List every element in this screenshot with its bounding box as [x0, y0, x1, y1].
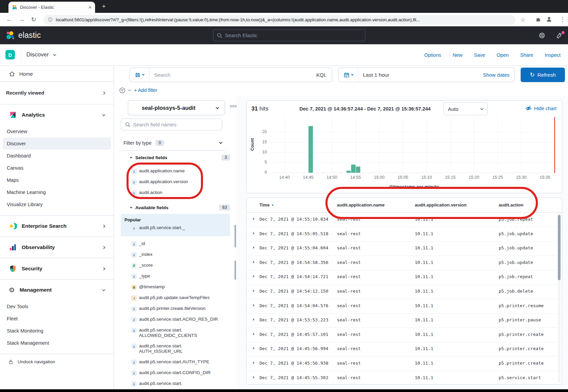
expand-row-icon[interactable] — [252, 232, 254, 235]
expand-row-icon[interactable] — [252, 304, 254, 307]
header-action-new[interactable]: New — [453, 52, 462, 58]
field-item-audit-application-name[interactable]: taudit.​application.​name — [118, 168, 232, 174]
header-action-options[interactable]: Options — [424, 52, 441, 58]
sidebar-item-maps[interactable]: Maps — [3, 174, 111, 186]
index-pattern-selector[interactable]: seal-plossys-5-audit — [128, 100, 225, 115]
sidebar-item-machine-learning[interactable]: Machine Learning — [3, 186, 111, 198]
sort-desc-icon[interactable]: ▼ — [271, 204, 274, 207]
table-row[interactable]: Dec 7, 2021 @ 14:54:12.150seal-rest10.11… — [247, 285, 562, 299]
time-range-value[interactable]: Last 1 hour — [358, 72, 483, 78]
url-text[interactable]: localhost:5601/app/discover?#/?_g=(filte… — [56, 17, 510, 22]
table-row[interactable]: Dec 7, 2021 @ 14:54:14.721seal-rest10.11… — [247, 270, 562, 285]
header-action-save[interactable]: Save — [474, 52, 485, 58]
expand-row-icon[interactable] — [252, 275, 254, 277]
fields-scrollbar-thumb[interactable] — [234, 261, 236, 280]
field-item-type[interactable]: t_type — [118, 273, 232, 279]
table-row[interactable]: Dec 7, 2021 @ 14:45:56.938seal-rest10.11… — [247, 357, 562, 371]
field-item-audit-p5-service-start-auth-issuer-url[interactable]: taudit.​p5.​service.​start.​AUTH_ISSUER_… — [118, 343, 232, 354]
new-tab-button[interactable]: + — [100, 3, 108, 10]
field-item-audit-p5-service-start-allowed-oidc-clients[interactable]: taudit.​p5.​service.​start.​ALLOWED_OIDC… — [118, 327, 232, 338]
histogram-bar-14-45[interactable] — [309, 126, 313, 173]
reload-icon[interactable]: ↻ — [31, 16, 36, 23]
help-icon[interactable] — [539, 32, 545, 39]
table-row[interactable]: Dec 7, 2021 @ 14:45:56.994seal-rest10.11… — [247, 342, 562, 357]
field-item-audit-p5-job-update-savetempfiles[interactable]: ◑audit.​p5.​job.​update.​saveTempFiles — [118, 295, 232, 301]
histogram-bar-14-53[interactable] — [346, 171, 351, 173]
column-header-audit-action[interactable]: audit.action — [499, 202, 523, 207]
expand-row-icon[interactable] — [252, 362, 254, 364]
refresh-button[interactable]: ↻ Refresh — [521, 68, 565, 82]
field-item-audit-p5-service-start-auth-type[interactable]: taudit.​p5.​service.​start.​AUTH_TYPE — [118, 359, 232, 365]
sidebar-item-stack-monitoring[interactable]: Stack Monitoring — [3, 325, 111, 337]
nav-section-header-management[interactable]: ⚙Management — [0, 279, 114, 300]
table-row[interactable]: Dec 7, 2021 @ 14:54:04.576seal-rest10.11… — [247, 299, 562, 314]
sidebar-item-canvas[interactable]: Canvas — [3, 162, 111, 174]
sidebar-item-visualize-library[interactable]: Visualize Library — [3, 198, 111, 211]
sidebar-item-dev-tools[interactable]: Dev Tools — [3, 300, 111, 313]
available-fields-header[interactable]: Available fields 63 — [118, 204, 232, 211]
field-item-audit-p5-service-start-acro-res-dir[interactable]: taudit.​p5.​service.​start.​ACRO_RES_DIR — [118, 317, 232, 322]
column-header-audit-application-version[interactable]: audit.application.version — [415, 202, 467, 207]
column-header-audit-application-name[interactable]: audit.application.name — [337, 202, 385, 207]
field-item-audit-p5-service-start[interactable]: taudit.​p5.​service.​start.​_ — [118, 225, 230, 231]
histogram-bar-14-54[interactable] — [351, 165, 356, 173]
sidebar-item-overview[interactable]: Overview — [3, 125, 111, 138]
browser-tab[interactable]: Discover - Elastic ✕ — [8, 2, 95, 13]
column-header-time[interactable]: Time▼ — [259, 202, 274, 207]
table-row[interactable]: Dec 7, 2021 @ 14:55:05.518seal-rest10.11… — [247, 227, 562, 242]
bookmark-star-icon[interactable]: ☆ — [520, 16, 525, 23]
field-item-audit-p5-service-start-config-dir[interactable]: taudit.​p5.​service.​start.​CONFIG_DIR — [118, 370, 232, 376]
kql-button[interactable]: KQL — [311, 72, 332, 78]
extensions-puzzle-icon[interactable] — [536, 17, 541, 22]
header-action-open[interactable]: Open — [497, 52, 508, 58]
table-row[interactable]: Dec 7, 2021 @ 14:53:53.223seal-rest10.11… — [247, 313, 562, 328]
nav-section-header-enterprise-search[interactable]: Enterprise Search — [0, 216, 114, 237]
selected-fields-header[interactable]: Selected fields 3 — [118, 154, 232, 161]
browser-profile-avatar[interactable] — [546, 16, 552, 22]
table-row[interactable]: Dec 7, 2021 @ 14:45:57.101seal-rest10.11… — [247, 328, 562, 342]
expand-row-icon[interactable] — [252, 290, 254, 292]
expand-row-icon[interactable] — [252, 218, 254, 220]
expand-row-icon[interactable] — [252, 347, 254, 349]
nav-section-header-observability[interactable]: Observability — [0, 237, 114, 258]
undock-navigation-button[interactable]: Undock navigation — [0, 354, 114, 369]
saved-query-button[interactable] — [130, 68, 150, 82]
table-row[interactable]: Dec 7, 2021 @ 14:45:55.302seal-rest10.11… — [247, 371, 562, 385]
table-row[interactable]: Dec 7, 2021 @ 14:55:10.834seal-rest10.11… — [247, 213, 562, 227]
global-search-input[interactable] — [225, 32, 362, 38]
elastic-logo-icon[interactable] — [5, 31, 15, 40]
tab-close-icon[interactable]: ✕ — [88, 5, 92, 10]
field-item-timestamp[interactable]: ▦@timestamp — [118, 284, 232, 290]
sidebar-item-stack-management[interactable]: Stack Management — [3, 337, 111, 349]
table-row[interactable]: Dec 7, 2021 @ 14:54:58.356seal-rest10.11… — [247, 256, 562, 270]
field-stats-icon[interactable] — [230, 105, 236, 107]
expand-row-icon[interactable] — [252, 376, 254, 378]
back-icon[interactable]: ← — [6, 16, 12, 23]
table-row[interactable]: Dec 7, 2021 @ 14:55:04.604seal-rest10.11… — [247, 241, 562, 256]
query-search-input[interactable] — [150, 72, 311, 78]
forward-icon[interactable]: → — [19, 16, 25, 23]
global-search-box[interactable] — [213, 29, 365, 41]
expand-row-icon[interactable] — [252, 246, 254, 249]
field-search-box[interactable] — [121, 119, 222, 130]
field-item-id[interactable]: t_id — [118, 241, 232, 247]
filter-by-type-row[interactable]: Filter by type 0 — [118, 135, 225, 151]
header-action-inspect[interactable]: Inspect — [545, 52, 561, 58]
field-search-input[interactable] — [133, 122, 218, 127]
address-bar[interactable]: ⓘ localhost:5601/app/discover?#/?_g=(fil… — [43, 15, 515, 25]
field-item-audit-p5-printer-create-fileversion[interactable]: taudit.​p5.​printer.​create.​fileVersion — [118, 306, 232, 312]
histogram-bar-14-55[interactable] — [356, 167, 360, 173]
sidebar-item-discover[interactable]: Discover — [3, 138, 111, 150]
show-dates-button[interactable]: Show dates — [483, 72, 514, 78]
add-filter-button[interactable]: + Add filter — [134, 88, 157, 93]
nav-section-header-analytics[interactable]: Analytics — [0, 104, 114, 125]
sidebar-item-recently-viewed[interactable]: Recently viewed — [0, 82, 114, 104]
expand-row-icon[interactable] — [252, 261, 254, 263]
expand-row-icon[interactable] — [252, 318, 254, 321]
site-info-icon[interactable]: ⓘ — [48, 17, 52, 23]
fields-scrollbar-thumb[interactable] — [234, 225, 236, 247]
nav-section-header-security[interactable]: Security — [0, 258, 114, 279]
sidebar-item-fleet[interactable]: Fleet — [3, 313, 111, 325]
field-item-score[interactable]: #_score — [118, 263, 232, 268]
calendar-button[interactable] — [339, 68, 358, 82]
